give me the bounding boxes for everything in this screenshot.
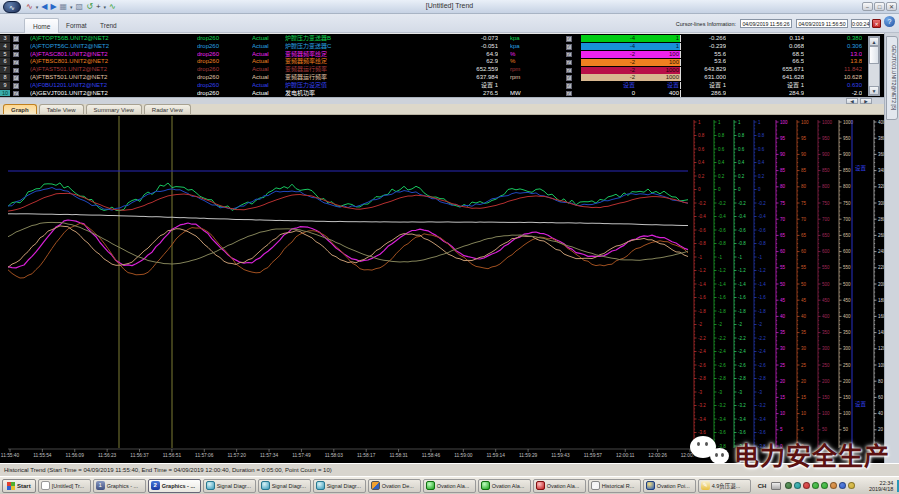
scroll-down-icon[interactable]: ▼ [869, 86, 879, 95]
taskbar-button-ovation-ala-[interactable]: Ovation Ala... [478, 479, 531, 493]
svg-text:0.4: 0.4 [738, 160, 745, 165]
ribbon-tab-trend[interactable]: Trend [92, 18, 125, 33]
scale-checkbox-icon[interactable]: ✓ [566, 83, 572, 89]
tray-icon-blue-flag[interactable] [839, 482, 846, 489]
row-checkbox-icon[interactable]: ✓ [13, 44, 19, 50]
series-generator-power [8, 214, 688, 226]
row-checkbox-icon[interactable]: ✓ [13, 52, 19, 58]
taskbar-clock[interactable]: 22:34 2019/4/18 [859, 480, 893, 492]
signal-drop: drop260 [197, 82, 249, 90]
scale-checkbox-icon[interactable]: ✓ [566, 52, 572, 58]
svg-text:-1.2: -1.2 [758, 268, 766, 273]
maximize-button[interactable]: □ [874, 2, 885, 11]
language-indicator[interactable]: CH [755, 482, 770, 490]
cursor-close-button[interactable]: ✕ [872, 19, 881, 28]
close-button[interactable]: ✕ [886, 2, 897, 11]
scale-checkbox-icon[interactable]: ✓ [566, 44, 572, 50]
tray-icon-green-card[interactable] [785, 482, 792, 489]
signal-drop: drop260 [197, 51, 249, 59]
tray-icon-red[interactable] [803, 482, 810, 489]
table-row[interactable]: 5✓(A)FTASC801.UNIT2@NET2drop260Actual变频器… [0, 51, 884, 59]
tray-icon-teal[interactable] [794, 482, 801, 489]
printer-icon[interactable] [771, 482, 781, 490]
signal-units [510, 82, 538, 90]
taskbar-button-ovation-ala-[interactable]: Ovation Ala... [423, 479, 476, 493]
row-checkbox-icon[interactable]: ✓ [13, 36, 19, 42]
cursor-delta-field[interactable]: 0:00:24 [851, 19, 870, 28]
taskbar-button-4-9负压退-[interactable]: ✎4.9负压退... [698, 479, 751, 493]
table-vertical-scrollbar[interactable]: ▲ ▼ [868, 36, 880, 96]
tray-icon-green-2[interactable] [821, 482, 828, 489]
svg-text:90: 90 [801, 152, 807, 157]
trend-group-side-tab[interactable]: GEVJT001.UNIT2@NET2 [5] [886, 36, 898, 120]
taskbar-button-graphics-[interactable]: 2Graphics - ... [148, 479, 201, 493]
tab-radar-view[interactable]: Radar View [144, 104, 191, 114]
table-horizontal-scrollbar[interactable]: ◀ ▶ [0, 97, 884, 104]
scale-checkbox-icon[interactable]: ✓ [566, 75, 572, 81]
svg-text:0: 0 [698, 187, 701, 192]
taskbar-button-ovation-ala-[interactable]: Ovation Ala... [533, 479, 586, 493]
title-bar: ∿ ∿▾◀▶▦▾▧↺+▾∿ [Untitled] Trend −□✕ [0, 0, 899, 14]
table-row[interactable]: 3✓(A)FTOPT56B.UNIT2@NET2drop260Actual炉膛压… [0, 35, 884, 43]
table-row[interactable]: 8✓(A)FTBST501.UNIT2@NET2drop260Actual变频器… [0, 74, 884, 82]
taskbar-button-graphics-[interactable]: 1Graphics - ... [93, 479, 146, 493]
row-checkbox-icon[interactable]: ✓ [13, 91, 19, 97]
table-row[interactable]: 4✓(A)FTOPT56C.UNIT2@NET2drop260Actual炉膛压… [0, 43, 884, 51]
signal-description: 变频器频率给定 [285, 58, 425, 66]
row-checkbox-icon[interactable]: ✓ [13, 60, 19, 66]
scale-min: -2 [583, 51, 635, 58]
table-row[interactable]: 7✓(A)FTAST501.UNIT2@NET2drop260Actual变频器… [0, 66, 884, 74]
ribbon-tab-format[interactable]: Format [58, 18, 95, 33]
start-button[interactable]: Start [2, 479, 36, 493]
svg-text:750: 750 [843, 201, 851, 206]
svg-text:300: 300 [822, 346, 830, 351]
tray-icon-green-1[interactable] [812, 482, 819, 489]
svg-text:200: 200 [843, 379, 851, 384]
row-number: 3 [0, 35, 10, 43]
scale-checkbox-icon[interactable]: ✓ [566, 60, 572, 66]
tab-table-view[interactable]: Table View [39, 104, 84, 114]
taskbar-button-historical-r-[interactable]: ✓Historical R... [588, 479, 641, 493]
table-row[interactable]: 6✓(A)FTBSC801.UNIT2@NET2drop260Actual变频器… [0, 58, 884, 66]
svg-text:-3: -3 [738, 390, 742, 395]
svg-text:设置: 设置 [855, 164, 867, 172]
row-checkbox-icon[interactable]: ✓ [13, 68, 19, 74]
table-row[interactable]: 9✓(A)F0BU1201.UNIT2@NET2drop260Actual炉膛压… [0, 82, 884, 90]
signal-value: -0.051 [428, 43, 498, 51]
svg-text:11:56:23: 11:56:23 [98, 453, 117, 458]
scale-checkbox-icon[interactable]: ✓ [566, 91, 572, 97]
taskbar-button-signal-diagr-[interactable]: Signal Diagr... [313, 479, 366, 493]
tray-icon-orange[interactable] [830, 482, 837, 489]
ribbon-tab-home[interactable]: Home [24, 18, 59, 33]
svg-text:设置: 设置 [855, 400, 867, 408]
scroll-up-icon[interactable]: ▲ [869, 37, 879, 46]
svg-text:30: 30 [801, 346, 807, 351]
scrollbar-thumb[interactable] [869, 46, 879, 64]
taskbar-button-ovation-poi-[interactable]: Ovation Poi... [643, 479, 696, 493]
row-checkbox-icon[interactable]: ✓ [13, 83, 19, 89]
cursor-start-time-field[interactable]: 04/09/2019 11:56:26 [740, 19, 792, 28]
taskbar-button-signal-diagr-[interactable]: Signal Diagr... [203, 479, 256, 493]
taskbar-button-signal-diagr-[interactable]: Signal Diagr... [258, 479, 311, 493]
svg-text:70: 70 [780, 217, 786, 222]
taskbar-button--untitled-tr-[interactable]: ∿[Untitled] Tr... [38, 479, 91, 493]
signal-name: (A)F0BU1201.UNIT2@NET2 [30, 82, 195, 90]
tray-icon-yellow[interactable] [848, 482, 855, 489]
svg-text:350: 350 [822, 330, 830, 335]
cursor-end-time-field[interactable]: 04/09/2019 11:56:50 [796, 19, 848, 28]
help-icon[interactable]: ? [884, 16, 895, 27]
tab-summary-view[interactable]: Summary View [86, 104, 142, 114]
scale-checkbox-icon[interactable]: ✓ [566, 68, 572, 74]
tab-graph[interactable]: Graph [3, 104, 37, 114]
row-checkbox-icon[interactable]: ✓ [13, 75, 19, 81]
delta-value: 13.8 [796, 58, 862, 66]
svg-text:11:59:14: 11:59:14 [487, 453, 506, 458]
graphics2-icon: 2 [151, 481, 160, 490]
scale-checkbox-icon[interactable]: ✓ [566, 36, 572, 42]
trend-chart-svg[interactable]: 11:55:4011:55:5411:56:0911:56:2311:56:37… [0, 115, 884, 463]
trend-chart-area[interactable]: 11:55:4011:55:5411:56:0911:56:2311:56:37… [0, 115, 884, 463]
minimize-button[interactable]: − [862, 2, 873, 11]
svg-text:500: 500 [822, 282, 830, 287]
taskbar-button-ovation-de-[interactable]: Ovation De... [368, 479, 421, 493]
row-number: 9 [0, 82, 10, 90]
